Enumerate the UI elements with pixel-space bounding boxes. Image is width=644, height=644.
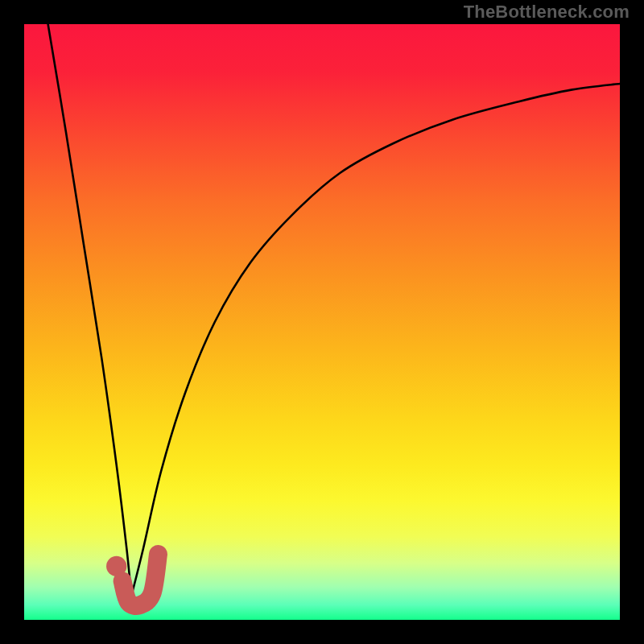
chart-canvas: { "watermark": "TheBottleneck.com", "col…	[0, 0, 644, 644]
chart-svg	[0, 0, 644, 644]
watermark-text: TheBottleneck.com	[464, 2, 630, 23]
plot-background	[24, 24, 620, 620]
